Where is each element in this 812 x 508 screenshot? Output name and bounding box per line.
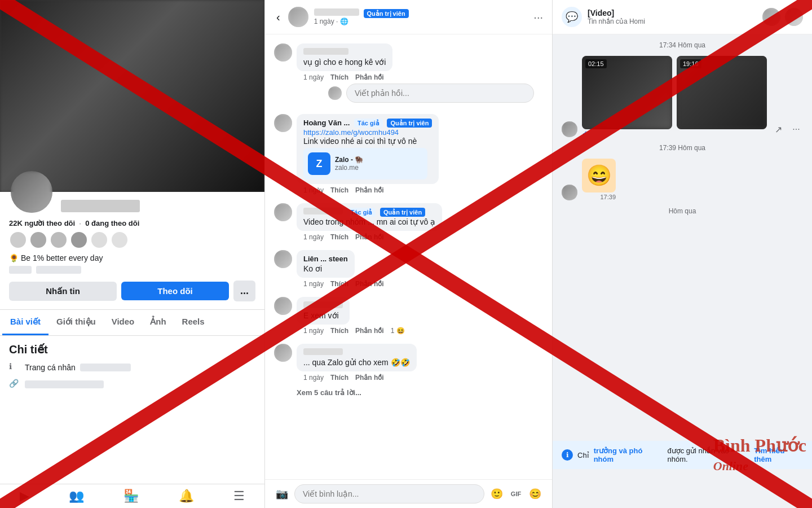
friend-avatar-3	[50, 231, 68, 249]
comment-text: Link video nhé ai coi thì tự vô nè	[303, 137, 432, 146]
post-author-info: Quản trị viên 1 ngày · 🌐	[314, 8, 528, 25]
zalo-link[interactable]: https://zalo.me/g/wocmhu494	[303, 128, 432, 137]
commenter-name-text: Hoàng Văn ...	[303, 119, 350, 127]
nav-menu[interactable]: ☰	[233, 489, 245, 503]
avatar	[9, 169, 54, 214]
link-preview-info: Zalo - 🦬 zalo.me	[335, 156, 363, 172]
comment-reply[interactable]: Phản hồi	[355, 280, 384, 288]
nav-marketplace[interactable]: 🏪	[123, 489, 139, 503]
comment-time: 1 ngày	[303, 280, 324, 288]
comment-input[interactable]	[294, 484, 484, 503]
badge-tac-gia: Tác giả	[354, 119, 383, 128]
nav-notifications[interactable]: 🔔	[179, 489, 194, 503]
comment-reply[interactable]: Phản hồi	[355, 186, 384, 194]
followers-count: 22K	[9, 219, 23, 227]
comment-reply[interactable]: Phản hồi	[355, 233, 384, 241]
more-button[interactable]: ...	[233, 281, 255, 301]
extra-info-2	[36, 266, 81, 274]
comment-time: 1 ngày	[303, 374, 324, 382]
commenter-name	[303, 301, 343, 310]
tab-anh[interactable]: Ảnh	[142, 310, 174, 335]
comment-item: Hoàng Văn ... Tác giả Quản trị viên http…	[265, 110, 552, 199]
tim-hieu-them-link[interactable]: Tìm hiểu thêm	[754, 446, 803, 463]
chat-sticker: 😄	[582, 159, 616, 192]
comment-like[interactable]: Thích	[330, 374, 348, 382]
comment-like[interactable]: Thích	[330, 186, 348, 194]
message-options-button[interactable]: ···	[789, 121, 803, 137]
comment-like[interactable]: Thích	[330, 327, 348, 335]
nav-friends[interactable]: 👥	[69, 489, 84, 503]
comment-body: vụ gì cho e hong kê với 1 ngày Thích Phả…	[297, 43, 543, 105]
post-more-button[interactable]: ···	[533, 11, 543, 24]
gif-icon[interactable]: GIF	[508, 486, 524, 502]
tab-bai-viet[interactable]: Bài viết	[2, 310, 48, 335]
badge-tac-gia-3: Tác giả	[347, 208, 376, 217]
commenter-avatar	[274, 114, 292, 132]
comment-item: vụ gì cho e hong kê với 1 ngày Thích Phả…	[265, 39, 552, 110]
commenter-avatar	[274, 43, 292, 62]
back-button[interactable]: ‹	[274, 8, 283, 26]
person-icon: ℹ	[9, 362, 20, 373]
video-thumb-1[interactable]: 02:15	[582, 56, 672, 129]
chat-message-icon: 💬	[562, 7, 582, 27]
comment-text: E xem với	[303, 311, 343, 320]
timestamp-text: 17:34 Hôm qua	[659, 41, 705, 49]
sticker-container: 😄 17:39	[582, 159, 616, 200]
chi-tiet-trang-ca-nhan: ℹ Trang cá nhân	[9, 362, 255, 373]
followers-row: 22K người theo dõi · 0 đang theo dõi	[9, 219, 255, 227]
zalo-icon: Z	[308, 152, 330, 175]
commenter-name	[303, 348, 410, 357]
forward-button[interactable]: ↗	[771, 121, 785, 137]
comment-item: Tác giả Quản trị viên Video trong nhóm .…	[265, 199, 552, 246]
theo-doi-button[interactable]: Theo dõi	[121, 282, 229, 300]
comment-item: E xem với 1 ngày Thích Phản hồi 1 😆	[265, 292, 552, 339]
post-author-avatar	[288, 7, 308, 27]
camera-icon[interactable]: 📷	[274, 486, 290, 502]
commenter-name: Tác giả Quản trị viên	[303, 208, 435, 216]
tab-reels[interactable]: Reels	[174, 310, 213, 335]
nhan-tin-button[interactable]: Nhấn tin	[9, 282, 117, 301]
post-header-sub: 1 ngày · 🌐	[314, 17, 528, 25]
comment-item: Liên ... steen Ko ơi 1 ngày Thích Phản h…	[265, 246, 552, 292]
trang-ca-nhan-label: Trang cá nhân	[25, 363, 76, 372]
cover-image	[0, 0, 264, 192]
commenter-avatar	[274, 203, 292, 221]
comment-time: 1 ngày	[303, 233, 324, 241]
comment-time: 1 ngày	[303, 73, 324, 81]
comment-bubble: Hoàng Văn ... Tác giả Quản trị viên http…	[297, 114, 439, 184]
emoji-icon[interactable]: 🙂	[489, 486, 505, 502]
see-more-replies[interactable]: Xem 5 câu trả lời...	[265, 386, 552, 399]
extra-info-1	[9, 266, 32, 274]
chi-tiet-section: Chi tiết ℹ Trang cá nhân 🔗	[0, 343, 264, 390]
tab-gioi-thieu[interactable]: Giới thiệu	[48, 310, 104, 335]
comment-like[interactable]: Thích	[330, 280, 348, 288]
reply-input[interactable]	[346, 84, 534, 103]
comment-like[interactable]: Thích	[330, 73, 348, 81]
comment-input-bar: 📷 🙂 GIF 😊	[265, 479, 552, 508]
chat-header-right	[762, 8, 803, 26]
badge-quan-tri-3: Quản trị viên	[380, 208, 425, 217]
video-thumb-2[interactable]: 19:16	[677, 56, 767, 129]
link-preview-title: Zalo - 🦬	[335, 156, 363, 164]
video-duration-1: 02:15	[585, 59, 607, 68]
comment-like[interactable]: Thích	[330, 233, 348, 241]
chat-title: [Video]	[588, 8, 645, 17]
comment-reply[interactable]: Phản hồi	[355, 374, 384, 382]
main-container: 22K người theo dõi · 0 đang theo dõi 🌻 B…	[0, 0, 812, 508]
link-preview: Z Zalo - 🦬 zalo.me	[303, 148, 427, 179]
comment-header: ‹ Quản trị viên 1 ngày · 🌐 ···	[265, 0, 552, 34]
input-icons: 🙂 GIF 😊	[489, 486, 543, 502]
info-icon: ℹ	[562, 449, 573, 461]
comment-reply[interactable]: Phản hồi	[355, 327, 384, 335]
chat-timestamp-2: 17:39 Hôm qua	[562, 144, 803, 152]
comment-body: Tác giả Quản trị viên Video trong nhóm .…	[297, 203, 543, 241]
bio-content: 🌻 Be 1% better every day	[9, 253, 103, 262]
comment-reply[interactable]: Phản hồi	[355, 73, 384, 81]
post-author-name: Quản trị viên	[314, 8, 528, 17]
sticker-icon[interactable]: 😊	[527, 486, 543, 502]
comment-bubble: E xem với	[297, 297, 350, 325]
nav-video[interactable]: ▶	[20, 489, 29, 503]
commenter-name	[303, 48, 386, 56]
tab-video[interactable]: Video	[104, 310, 143, 335]
friends-avatars	[9, 231, 255, 249]
